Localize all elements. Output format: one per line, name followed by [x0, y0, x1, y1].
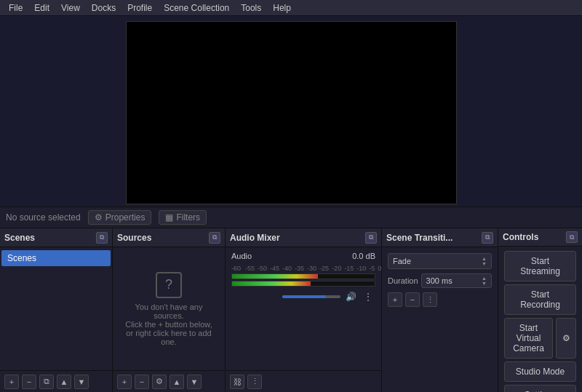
- duration-row: Duration 300 ms ▲▼: [388, 273, 492, 288]
- sources-panel-title: Sources: [117, 233, 151, 243]
- scenes-toolbar: + − ⧉ ▲ ▼: [0, 370, 112, 392]
- controls-panel: Controls ⧉ Start Streaming Start Recordi…: [498, 228, 582, 392]
- bottom-section: Scenes ⧉ Scenes + − ⧉ ▲ ▼ Sources ⧉ ? Yo…: [0, 228, 582, 392]
- scenes-remove-button[interactable]: −: [22, 375, 36, 389]
- sources-settings-button[interactable]: ⚙: [152, 375, 167, 389]
- properties-label: Properties: [105, 212, 146, 223]
- filter-icon: ▦: [165, 212, 173, 223]
- scenes-panel: Scenes ⧉ Scenes + − ⧉ ▲ ▼: [0, 228, 113, 392]
- audio-link-button[interactable]: ⛓: [230, 375, 244, 389]
- audio-track-db: 0.0 dB: [346, 252, 375, 260]
- start-recording-button[interactable]: Start Recording: [504, 284, 576, 315]
- menu-scene-collection[interactable]: Scene Collection: [158, 1, 235, 15]
- controls-panel-title: Controls: [503, 232, 538, 242]
- transitions-toolbar: + − ⋮: [388, 292, 492, 307]
- sources-add-button[interactable]: +: [117, 375, 132, 389]
- scenes-panel-title: Scenes: [4, 233, 35, 243]
- sources-empty-text3: or right click here to add one.: [120, 329, 218, 346]
- virtual-camera-row: Start Virtual Camera ⚙: [504, 318, 576, 359]
- studio-mode-button[interactable]: Studio Mode: [504, 361, 576, 382]
- controls-content: Start Streaming Start Recording Start Vi…: [498, 247, 582, 392]
- menu-file[interactable]: File: [3, 1, 28, 15]
- sources-up-button[interactable]: ▲: [170, 375, 184, 389]
- audio-panel-options[interactable]: ⧉: [365, 232, 377, 244]
- sources-down-button[interactable]: ▼: [187, 375, 202, 389]
- sources-remove-button[interactable]: −: [135, 375, 149, 389]
- audio-controls-row: 🔊 ⋮: [227, 288, 380, 305]
- select-arrows: ▲▼: [482, 256, 487, 266]
- scenes-panel-options[interactable]: ⧉: [96, 232, 108, 244]
- trans-add-button[interactable]: +: [388, 292, 402, 307]
- virtual-camera-settings-button[interactable]: ⚙: [556, 318, 576, 359]
- transitions-content: Fade ▲▼ Duration 300 ms ▲▼ +: [382, 247, 498, 392]
- menu-view[interactable]: View: [55, 1, 86, 15]
- volume-slider-fill: [282, 295, 326, 298]
- transitions-panel-title: Scene Transiti...: [386, 233, 453, 243]
- scenes-up-button[interactable]: ▲: [57, 375, 71, 389]
- scenes-down-button[interactable]: ▼: [74, 375, 89, 389]
- filters-label: Filters: [176, 212, 200, 223]
- audio-menu-icon[interactable]: ⋮: [361, 289, 375, 304]
- sources-panel-options[interactable]: ⧉: [209, 232, 220, 244]
- sources-empty-state: ? You don't have any sources. Click the …: [114, 249, 223, 369]
- scenes-copy-button[interactable]: ⧉: [39, 375, 54, 389]
- audio-menu-button[interactable]: ⋮: [247, 375, 262, 389]
- sources-empty-icon: ?: [156, 272, 182, 298]
- settings-button[interactable]: Settings: [504, 385, 576, 392]
- no-source-label: No source selected: [6, 212, 81, 223]
- controls-panel-header: Controls ⧉: [498, 228, 582, 247]
- preview-area: [0, 16, 582, 207]
- menu-tools[interactable]: Tools: [235, 1, 267, 15]
- sources-empty-text2: Click the + button below,: [125, 320, 212, 329]
- source-info-bar: No source selected ⚙ Properties ▦ Filter…: [0, 207, 582, 228]
- scene-item-scenes[interactable]: Scenes: [1, 250, 111, 266]
- sources-panel-header: Sources ⧉: [113, 228, 225, 247]
- audio-panel: Audio Mixer ⧉ Audio 0.0 dB -60-55-50 -45…: [226, 228, 382, 392]
- scenes-add-button[interactable]: +: [4, 375, 19, 389]
- properties-button[interactable]: ⚙ Properties: [88, 210, 152, 225]
- duration-label: Duration: [388, 276, 418, 285]
- sources-empty-text1: You don't have any sources.: [120, 303, 218, 320]
- scenes-panel-header: Scenes ⧉: [0, 228, 112, 247]
- audio-toolbar: ⛓ ⋮: [226, 370, 381, 392]
- transitions-panel-options[interactable]: ⧉: [482, 232, 493, 244]
- audio-meter-fill-2: [232, 281, 311, 286]
- duration-arrows: ▲▼: [482, 276, 487, 286]
- trans-remove-button[interactable]: −: [405, 292, 420, 307]
- start-virtual-camera-button[interactable]: Start Virtual Camera: [504, 318, 553, 359]
- audio-meter-fill: [232, 274, 318, 279]
- audio-panel-header: Audio Mixer ⧉: [226, 228, 381, 247]
- audio-meter: [231, 273, 375, 279]
- menubar: File Edit View Docks Profile Scene Colle…: [0, 0, 582, 16]
- audio-track-row: Audio 0.0 dB: [227, 249, 380, 263]
- scenes-list: Scenes: [0, 247, 112, 370]
- audio-mute-icon[interactable]: 🔊: [343, 289, 358, 304]
- duration-value-text: 300 ms: [426, 276, 453, 285]
- audio-meter-2: [231, 281, 375, 287]
- sources-list: ? You don't have any sources. Click the …: [113, 247, 225, 370]
- menu-profile[interactable]: Profile: [121, 1, 158, 15]
- duration-input[interactable]: 300 ms ▲▼: [421, 273, 492, 288]
- audio-meter-container: -60-55-50 -45-40 -35-30 -25-20 -15-10 -5…: [227, 263, 380, 288]
- fade-label: Fade: [393, 257, 411, 265]
- audio-panel-title: Audio Mixer: [230, 233, 280, 243]
- gear-icon: ⚙: [95, 212, 103, 223]
- menu-edit[interactable]: Edit: [28, 1, 55, 15]
- controls-panel-options[interactable]: ⧉: [566, 231, 578, 243]
- menu-docks[interactable]: Docks: [86, 1, 121, 15]
- menu-help[interactable]: Help: [267, 1, 297, 15]
- start-streaming-button[interactable]: Start Streaming: [504, 251, 576, 281]
- transitions-panel: Scene Transiti... ⧉ Fade ▲▼ Duration 300…: [382, 228, 498, 392]
- trans-menu-button[interactable]: ⋮: [423, 292, 437, 307]
- sources-toolbar: + − ⚙ ▲ ▼: [113, 370, 225, 392]
- transitions-panel-header: Scene Transiti... ⧉: [382, 228, 498, 247]
- transition-select[interactable]: Fade ▲▼: [388, 253, 492, 269]
- preview-canvas: [126, 21, 457, 204]
- audio-tracks: Audio 0.0 dB -60-55-50 -45-40 -35-30 -25…: [226, 247, 381, 370]
- sources-panel: Sources ⧉ ? You don't have any sources. …: [113, 228, 226, 392]
- filters-button[interactable]: ▦ Filters: [159, 210, 207, 225]
- volume-slider[interactable]: [282, 295, 340, 298]
- audio-track-name: Audio: [231, 252, 343, 260]
